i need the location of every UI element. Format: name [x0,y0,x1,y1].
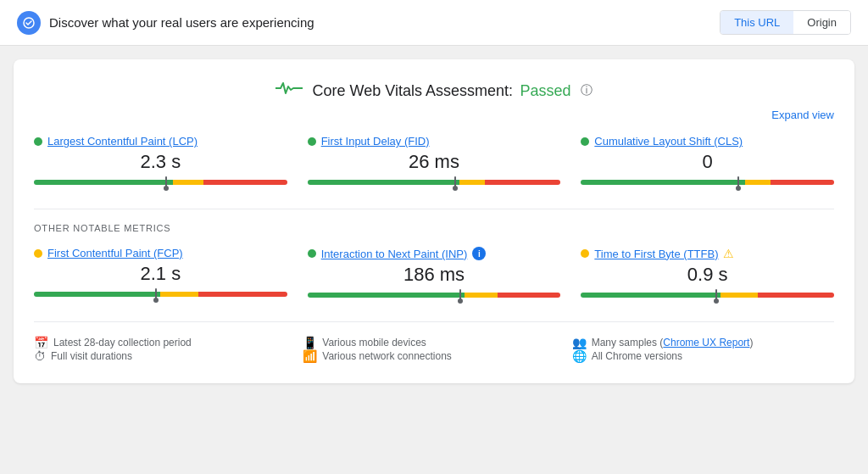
metric-value-1: 26 ms [308,151,561,173]
metric-bar-0 [34,180,287,185]
footer-item-right-0: 👥Many samples (Chrome UX Report) [572,336,834,349]
bar-green-o1 [308,293,465,298]
metric-indicator-0 [165,176,167,188]
metric-warning-icon-o2: ⚠ [723,247,734,260]
metric-link-o0[interactable]: First Contentful Paint (FCP) [47,247,183,259]
footer-text-right-1: All Chrome versions [592,350,682,362]
expand-row: Expand view [34,109,834,121]
footer-item-center-0: 📱Various mobile devices [303,336,565,349]
main-content: Core Web Vitals Assessment: Passed ⓘ Exp… [0,46,868,474]
header-left: Discover what your real users are experi… [17,11,314,35]
footer-text-left-1: Full visit durations [51,350,132,362]
metric-indicator-o2 [715,289,717,301]
metric-bar-1 [308,180,561,185]
bar-red-o0 [198,292,287,297]
footer-link-right-0[interactable]: Chrome UX Report [663,337,749,349]
footer-icon-center-1: 📶 [303,349,317,363]
metric-label-0: Largest Contentful Paint (LCP) [34,135,287,148]
metric-link-2[interactable]: Cumulative Layout Shift (CLS) [594,135,743,148]
bar-red-o2 [758,293,834,298]
metric-value-o1: 186 ms [308,264,561,286]
bar-orange-o0 [160,292,198,297]
footer-item-left-1: ⏱Full visit durations [34,349,296,363]
metric-label-1: First Input Delay (FID) [308,135,561,148]
metric-value-o0: 2.1 s [34,263,287,285]
metric-label-o0: First Contentful Paint (FCP) [34,247,287,259]
pulse-icon [275,80,303,102]
footer-text-center-0: Various mobile devices [322,337,426,349]
footer-icon-left-1: ⏱ [34,349,46,363]
metric-item-o0: First Contentful Paint (FCP)2.1 s [34,247,287,301]
metric-dot-o1 [308,249,316,258]
expand-view-link[interactable]: Expand view [771,109,834,121]
header: Discover what your real users are experi… [0,0,868,46]
footer-icon-left-0: 📅 [34,336,48,349]
metric-link-o1[interactable]: Interaction to Next Paint (INP) [321,248,468,260]
metric-item-2: Cumulative Layout Shift (CLS)0 [581,135,834,188]
footer-item-right-1: 🌐All Chrome versions [572,349,834,363]
footer-icon-center-0: 📱 [303,336,317,349]
bar-red-0 [203,180,287,185]
metric-dot-o2 [581,249,589,258]
metric-link-1[interactable]: First Input Delay (FID) [321,135,430,148]
section-divider [34,209,834,209]
assessment-status: Passed [520,82,570,99]
metric-item-o2: Time to First Byte (TTFB)⚠0.9 s [581,247,834,301]
footer-col-left: 📅Latest 28-day collection period⏱Full vi… [34,336,296,363]
web-vitals-card: Core Web Vitals Assessment: Passed ⓘ Exp… [14,59,854,383]
metric-label-o2: Time to First Byte (TTFB)⚠ [581,247,834,260]
bar-orange-2 [745,180,771,185]
metric-dot-2 [581,137,589,146]
metric-label-o1: Interaction to Next Paint (INP)i [308,247,561,260]
metric-dot-0 [34,137,42,146]
footer-text-left-0: Latest 28-day collection period [53,337,192,349]
footer-text-center-1: Various network connections [322,350,452,362]
metric-item-0: Largest Contentful Paint (LCP)2.3 s [34,135,287,188]
header-title: Discover what your real users are experi… [49,15,314,30]
metric-bar-2 [581,180,834,185]
other-metrics-label: OTHER NOTABLE METRICS [34,223,834,233]
metric-value-0: 2.3 s [34,151,287,173]
metric-link-0[interactable]: Largest Contentful Paint (LCP) [47,135,198,148]
metric-label-2: Cumulative Layout Shift (CLS) [581,135,834,148]
other-metrics-grid: First Contentful Paint (FCP)2.1 sInterac… [34,247,834,301]
bar-orange-1 [459,180,485,185]
bar-green-o2 [581,293,720,298]
metric-link-o2[interactable]: Time to First Byte (TTFB) [594,248,718,260]
footer-icon-right-1: 🌐 [572,349,587,363]
assessment-info-icon[interactable]: ⓘ [581,83,593,98]
metric-value-o2: 0.9 s [581,264,834,286]
footer-text-right-0: Many samples (Chrome UX Report) [592,337,754,349]
bar-red-1 [485,180,561,185]
bar-green-o0 [34,292,160,297]
bar-orange-o2 [721,293,759,298]
assessment-title: Core Web Vitals Assessment: Passed [313,82,571,100]
bar-green-2 [581,180,745,185]
metric-bar-o2 [581,293,834,298]
this-url-button[interactable]: This URL [721,11,793,34]
metric-bar-o0 [34,292,287,297]
metric-bar-o1 [308,293,561,298]
footer-info: 📅Latest 28-day collection period⏱Full vi… [34,321,834,363]
crux-icon [17,11,41,35]
bar-orange-0 [173,180,203,185]
bar-red-2 [771,180,834,185]
metric-item-1: First Input Delay (FID)26 ms [308,135,561,188]
metric-value-2: 0 [581,151,834,173]
metric-item-o1: Interaction to Next Paint (INP)i186 ms [308,247,561,301]
origin-button[interactable]: Origin [793,11,850,34]
metric-dot-o0 [34,249,42,258]
bar-green-0 [34,180,173,185]
bar-green-1 [308,180,459,185]
metric-dot-1 [308,137,316,146]
metric-info-badge-o1[interactable]: i [472,247,486,260]
footer-item-center-1: 📶Various network connections [303,349,565,363]
url-origin-toggle: This URL Origin [720,10,851,35]
bar-red-o1 [498,293,561,298]
metric-indicator-o1 [459,289,461,301]
footer-item-left-0: 📅Latest 28-day collection period [34,336,296,349]
footer-col-right: 👥Many samples (Chrome UX Report)🌐All Chr… [572,336,834,363]
bar-orange-o1 [465,293,498,298]
core-metrics-grid: Largest Contentful Paint (LCP)2.3 sFirst… [34,135,834,188]
footer-icon-right-0: 👥 [572,336,587,349]
